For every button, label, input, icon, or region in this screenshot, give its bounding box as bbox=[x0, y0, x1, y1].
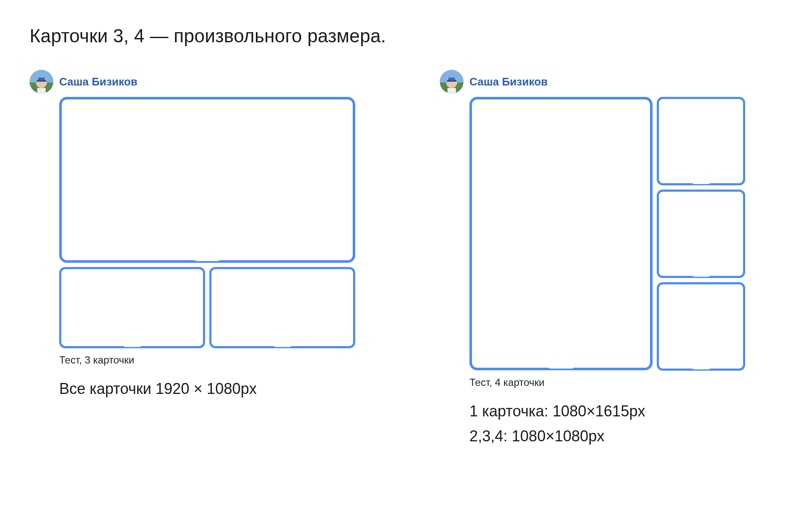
card-2[interactable] bbox=[657, 97, 745, 185]
avatar[interactable] bbox=[440, 70, 464, 94]
desc-4a: 1 карточка: 1080×1615px bbox=[469, 401, 745, 422]
svg-rect-8 bbox=[448, 77, 455, 80]
svg-rect-4 bbox=[37, 88, 46, 94]
example-3-cards: Саша Бизиков Тест, 3 карточки Все карточ… bbox=[30, 70, 355, 399]
card-2[interactable] bbox=[59, 267, 205, 348]
page-title: Карточки 3, 4 — произвольного размера. bbox=[30, 25, 782, 47]
svg-rect-9 bbox=[447, 88, 456, 94]
card-4[interactable] bbox=[657, 282, 745, 371]
author-link[interactable]: Саша Бизиков bbox=[469, 75, 548, 88]
author-link[interactable]: Саша Бизиков bbox=[59, 75, 137, 88]
desc-3: Все карточки 1920 × 1080px bbox=[59, 379, 355, 399]
gallery-3 bbox=[59, 97, 355, 348]
card-1[interactable] bbox=[59, 97, 355, 263]
card-3[interactable] bbox=[657, 190, 745, 278]
caption-3: Тест, 3 карточки bbox=[59, 354, 355, 366]
gallery-4 bbox=[469, 97, 745, 371]
example-4-cards: Саша Бизиков Тест, 4 карточки 1 карточка… bbox=[440, 70, 745, 446]
card-3[interactable] bbox=[209, 267, 355, 348]
desc-4b: 2,3,4: 1080×1080px bbox=[469, 426, 745, 447]
avatar[interactable] bbox=[30, 70, 53, 94]
caption-4: Тест, 4 карточки bbox=[469, 377, 745, 388]
card-1[interactable] bbox=[469, 97, 653, 370]
svg-rect-3 bbox=[38, 77, 45, 80]
